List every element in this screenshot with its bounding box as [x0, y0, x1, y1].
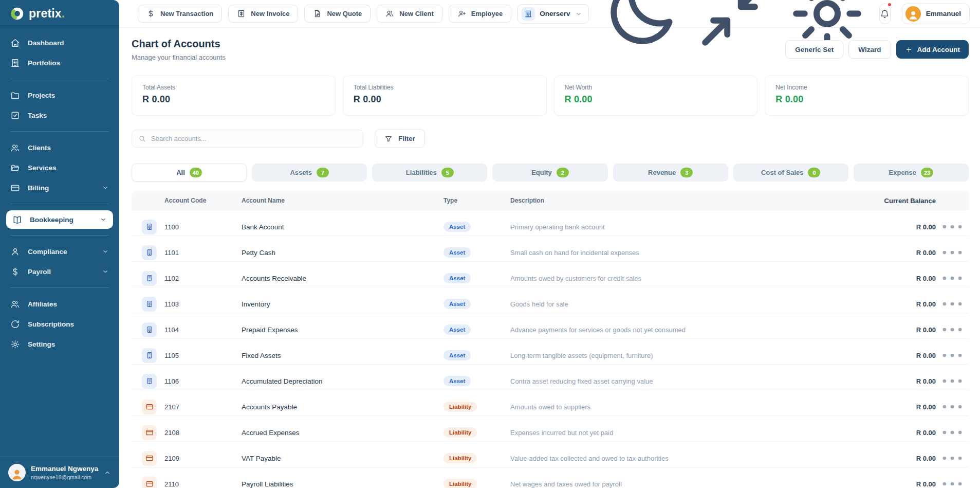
- sidebar-item[interactable]: Services: [0, 158, 119, 177]
- stat-label: Net Worth: [565, 84, 747, 91]
- account-name: Fixed Assets: [242, 352, 443, 359]
- sidebar: pretix. Dashboard Portfolios: [0, 0, 119, 488]
- type-badge: Liability: [443, 453, 477, 463]
- table-row: 2110 Payroll Liabilities Liability Net w…: [132, 467, 969, 488]
- sidebar-item[interactable]: Billing: [0, 178, 119, 197]
- tab-count-badge: 2: [557, 168, 569, 177]
- category-tab[interactable]: Cost of Sales 0: [733, 164, 848, 182]
- sidebar-user-card[interactable]: Emmanuel Ngwenya ngwenyae18@gmail.com: [0, 457, 119, 488]
- user-icon: [10, 247, 20, 257]
- account-code: 1101: [164, 249, 242, 257]
- tab-label: Expense: [889, 169, 916, 176]
- stat-value: R 0.00: [354, 94, 536, 105]
- type-badge: Liability: [443, 479, 477, 488]
- account-name: Inventory: [242, 300, 443, 308]
- topbar-action-label: Employee: [471, 10, 503, 17]
- topbar-action-button[interactable]: New Invoice: [228, 5, 298, 23]
- account-balance: R 0.00: [859, 249, 936, 257]
- bank-building-icon: [145, 326, 154, 334]
- notification-dot: [887, 2, 892, 7]
- accounts-table: Account Code Account Name Type Descripti…: [132, 191, 969, 488]
- sidebar-item[interactable]: Compliance: [0, 242, 119, 261]
- account-balance: R 0.00: [859, 275, 936, 282]
- topbar-action-label: New Quote: [327, 10, 362, 17]
- sidebar-section: Bookkeeping: [0, 210, 119, 229]
- account-balance: R 0.00: [859, 300, 936, 308]
- sidebar-item[interactable]: Dashboard: [0, 33, 119, 52]
- col-type: Type: [443, 197, 510, 204]
- topbar-action-button[interactable]: Employee: [449, 5, 511, 23]
- page-header-actions: Generic Set Wizard Add Account: [785, 40, 969, 59]
- account-name: Accounts Payable: [242, 403, 443, 411]
- sidebar-item[interactable]: Projects: [0, 85, 119, 105]
- row-actions-button[interactable]: [936, 467, 969, 488]
- org-selector[interactable]: Onerserv: [517, 4, 588, 24]
- user-menu[interactable]: Emmanuel: [902, 4, 970, 24]
- category-tab[interactable]: Liabilities 5: [372, 164, 487, 182]
- sidebar-item-label: Bookkeeping: [30, 216, 73, 224]
- sidebar-item-label: Compliance: [28, 248, 67, 256]
- account-description: Amounts owed by customers for credit sal…: [510, 275, 859, 282]
- credit-card-icon: [145, 403, 154, 411]
- search-input[interactable]: [151, 135, 357, 142]
- tab-label: Cost of Sales: [761, 169, 803, 176]
- topbar-action-button[interactable]: New Transaction: [138, 5, 222, 23]
- sidebar-item[interactable]: Tasks: [0, 105, 119, 125]
- category-tab[interactable]: Revenue 3: [613, 164, 728, 182]
- sidebar-item-label: Subscriptions: [28, 320, 74, 328]
- sidebar-item[interactable]: Payroll: [0, 262, 119, 281]
- topbar-action-button[interactable]: New Quote: [304, 5, 371, 23]
- account-description: Amounts owed to suppliers: [510, 403, 859, 411]
- user-name: Emmanuel Ngwenya: [31, 465, 98, 473]
- avatar: [8, 464, 26, 481]
- bank-building-icon: [145, 377, 154, 385]
- stat-label: Net Income: [775, 84, 958, 91]
- stat-card: Total Liabilities R 0.00: [343, 76, 547, 116]
- notifications-button[interactable]: [879, 4, 891, 24]
- page-header: Chart of Accounts Manage your financial …: [132, 38, 969, 61]
- table-header-row: Account Code Account Name Type Descripti…: [132, 191, 969, 210]
- stat-card: Net Income R 0.00: [765, 76, 969, 116]
- sidebar-item[interactable]: Settings: [0, 334, 119, 354]
- generic-set-button[interactable]: Generic Set: [785, 40, 843, 59]
- bank-building-icon: [145, 223, 154, 231]
- user-menu-label: Emmanuel: [926, 10, 961, 17]
- category-tab[interactable]: All 40: [132, 164, 247, 182]
- avatar: [905, 6, 921, 22]
- sidebar-item[interactable]: Portfolios: [0, 53, 119, 73]
- sidebar-item[interactable]: Clients: [0, 138, 119, 157]
- category-tab[interactable]: Expense 23: [854, 164, 969, 182]
- sidebar-item[interactable]: Subscriptions: [0, 314, 119, 334]
- type-badge: Liability: [443, 427, 477, 438]
- sidebar-item[interactable]: Affiliates: [0, 294, 119, 314]
- sidebar-item-label: Affiliates: [28, 300, 57, 308]
- page-title: Chart of Accounts: [132, 38, 226, 50]
- tab-label: All: [176, 169, 185, 176]
- account-code: 1103: [164, 300, 242, 308]
- sidebar-item-label: Tasks: [28, 112, 47, 119]
- sidebar-item-label: Payroll: [28, 268, 51, 276]
- folder-icon: [10, 91, 20, 100]
- table-row: 1103 Inventory Asset Goods held for sale…: [132, 287, 969, 313]
- chevron-down-icon: [102, 184, 109, 191]
- receipt-icon: [237, 9, 246, 18]
- filter-button[interactable]: Filter: [375, 129, 425, 148]
- sidebar-section: Dashboard Portfolios: [0, 33, 119, 73]
- sidebar-divider: [10, 235, 109, 236]
- topbar-action-label: New Transaction: [160, 10, 213, 17]
- category-tab[interactable]: Assets 7: [252, 164, 367, 182]
- chevron-down-icon: [100, 216, 107, 223]
- sidebar-item-label: Billing: [28, 184, 49, 192]
- folder-open-icon: [10, 163, 20, 173]
- account-description: Small cash on hand for incidental expens…: [510, 249, 859, 257]
- sidebar-item[interactable]: Bookkeeping: [6, 210, 113, 229]
- table-row: 2107 Accounts Payable Liability Amounts …: [132, 390, 969, 416]
- category-tab[interactable]: Equity 2: [492, 164, 607, 182]
- stat-value: R 0.00: [565, 94, 747, 105]
- add-account-button[interactable]: Add Account: [896, 40, 969, 59]
- brand-logo[interactable]: pretix.: [0, 0, 119, 27]
- wizard-button[interactable]: Wizard: [848, 40, 891, 59]
- type-badge: Asset: [443, 222, 471, 232]
- topbar-action-button[interactable]: New Client: [377, 5, 442, 23]
- org-label: Onerserv: [540, 10, 570, 17]
